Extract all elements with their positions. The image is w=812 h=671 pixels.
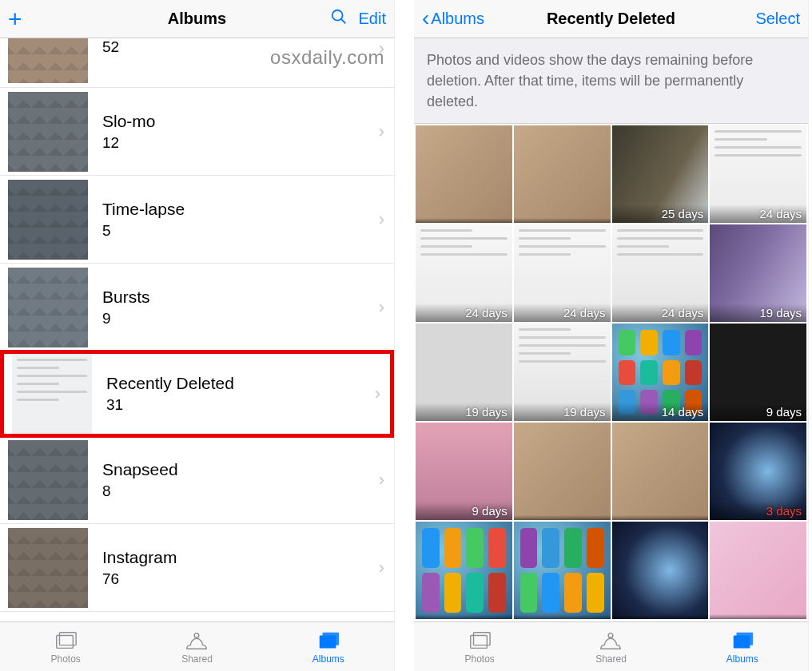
album-row[interactable]: Slo-mo 12 › <box>0 88 394 176</box>
photo-cell[interactable] <box>416 125 512 223</box>
tab-label: Photos <box>50 653 80 665</box>
navbar: ‹ Albums Recently Deleted Select <box>414 0 808 38</box>
photo-cell[interactable]: 3 days <box>710 423 806 520</box>
days-remaining: 24 days <box>612 304 709 322</box>
album-name: Instagram <box>102 548 379 567</box>
photo-cell[interactable]: 19 days <box>416 324 512 421</box>
album-count: 31 <box>106 396 375 414</box>
select-button[interactable]: Select <box>755 10 800 28</box>
photo-cell[interactable] <box>416 522 512 619</box>
days-remaining: 25 days <box>612 204 709 223</box>
album-thumbnail <box>8 92 88 172</box>
days-remaining <box>612 614 709 619</box>
add-album-button[interactable]: + <box>8 7 22 31</box>
album-thumbnail <box>8 38 88 83</box>
album-thumbnail <box>8 268 88 347</box>
days-remaining <box>416 218 512 223</box>
albums-screen: + Albums Edit osxdaily.com 52 › Slo-mo 1… <box>0 0 395 671</box>
info-banner: Photos and videos show the days remainin… <box>414 38 808 124</box>
tab-albums[interactable]: Albums <box>263 622 394 671</box>
chevron-right-icon: › <box>379 209 384 230</box>
photo-cell[interactable]: 9 days <box>710 324 806 421</box>
album-thumbnail <box>8 180 88 260</box>
photo-cell[interactable]: 19 days <box>710 224 806 322</box>
photo-cell[interactable] <box>514 125 611 223</box>
photo-cell[interactable]: 9 days <box>416 423 512 520</box>
recently-deleted-screen: ‹ Albums Recently Deleted Select Photos … <box>414 0 809 671</box>
search-icon[interactable] <box>330 8 348 30</box>
tab-albums[interactable]: Albums <box>677 622 808 671</box>
days-remaining <box>514 218 611 223</box>
svg-point-0 <box>332 10 342 21</box>
days-remaining <box>514 515 611 520</box>
album-count: 12 <box>102 134 379 152</box>
watermark: osxdaily.com <box>270 46 384 69</box>
album-count: 9 <box>102 310 379 328</box>
photo-cell[interactable]: 24 days <box>710 125 806 223</box>
photo-cell[interactable]: 24 days <box>612 224 709 322</box>
tab-shared[interactable]: Shared <box>545 622 676 671</box>
album-name: Slo-mo <box>102 112 379 131</box>
edit-button[interactable]: Edit <box>359 10 386 28</box>
back-button[interactable]: ‹ Albums <box>422 9 484 30</box>
back-label: Albums <box>431 10 484 28</box>
tab-label: Photos <box>464 653 494 665</box>
photo-cell[interactable]: 14 days <box>612 324 709 421</box>
album-row[interactable]: Snapseed 8 › <box>0 436 394 524</box>
chevron-right-icon: › <box>379 121 384 142</box>
album-thumbnail <box>8 440 88 520</box>
days-remaining <box>612 515 709 520</box>
tab-label: Albums <box>726 653 758 665</box>
album-count: 8 <box>102 482 379 500</box>
photo-cell[interactable] <box>612 423 709 520</box>
photo-cell[interactable] <box>514 522 611 619</box>
album-name: Recently Deleted <box>106 374 375 393</box>
photo-cell[interactable] <box>710 522 806 619</box>
photo-grid: 25 days 24 days 24 days 24 days 24 days … <box>414 124 808 621</box>
albums-list: 52 › Slo-mo 12 › Time-lapse 5 › Bursts 9 <box>0 38 394 621</box>
days-remaining: 3 days <box>710 502 806 520</box>
chevron-right-icon: › <box>379 558 384 578</box>
days-remaining: 24 days <box>416 304 512 322</box>
album-count: 5 <box>102 222 379 240</box>
days-remaining: 19 days <box>514 403 611 421</box>
tab-bar: Photos Shared Albums <box>414 621 808 671</box>
album-row-recently-deleted[interactable]: Recently Deleted 31 › <box>0 350 394 438</box>
svg-rect-11 <box>736 632 753 645</box>
days-remaining: 19 days <box>416 403 512 421</box>
days-remaining: 19 days <box>710 304 806 322</box>
tab-bar: Photos Shared Albums <box>0 621 394 671</box>
days-remaining: 24 days <box>514 304 611 322</box>
photo-cell[interactable] <box>612 522 709 619</box>
photo-cell[interactable]: 24 days <box>514 224 611 322</box>
navbar: + Albums Edit <box>0 0 394 38</box>
days-remaining: 24 days <box>710 204 806 223</box>
days-remaining <box>710 614 806 619</box>
days-remaining: 14 days <box>612 403 709 421</box>
days-remaining: 9 days <box>416 502 512 520</box>
tab-photos[interactable]: Photos <box>0 622 131 671</box>
photo-cell[interactable]: 19 days <box>514 324 611 421</box>
days-remaining <box>514 614 611 619</box>
chevron-right-icon: › <box>379 470 384 490</box>
chevron-right-icon: › <box>375 383 380 404</box>
chevron-right-icon: › <box>379 297 384 318</box>
album-thumbnail <box>12 354 92 434</box>
album-name: Snapseed <box>102 460 379 479</box>
album-row[interactable]: Time-lapse 5 › <box>0 176 394 264</box>
tab-photos[interactable]: Photos <box>414 622 545 671</box>
photo-cell[interactable]: 25 days <box>612 125 709 223</box>
tab-shared[interactable]: Shared <box>131 622 262 671</box>
photo-cell[interactable] <box>514 423 611 520</box>
days-remaining: 9 days <box>710 403 806 421</box>
album-name: Time-lapse <box>102 200 379 219</box>
photo-cell[interactable]: 24 days <box>416 224 512 322</box>
album-name: Bursts <box>102 288 379 307</box>
svg-point-9 <box>609 633 614 637</box>
tab-label: Shared <box>181 653 213 665</box>
album-count: 76 <box>102 570 379 588</box>
album-row[interactable]: Bursts 9 › <box>0 264 394 351</box>
album-row[interactable]: Instagram 76 › <box>0 524 394 612</box>
album-thumbnail <box>8 528 88 608</box>
tab-label: Albums <box>312 653 344 665</box>
